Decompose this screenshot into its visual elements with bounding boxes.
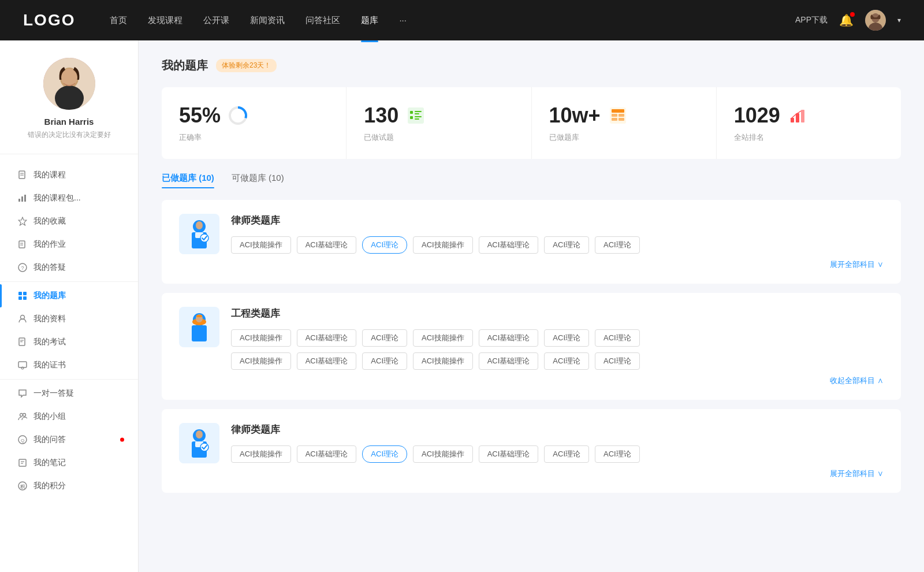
- tag[interactable]: ACI理论: [595, 352, 640, 370]
- tab-done[interactable]: 已做题库 (10): [162, 173, 214, 188]
- sidebar-item-course[interactable]: 我的课程: [0, 164, 138, 187]
- stat-rank-value: 1029: [734, 103, 780, 128]
- nav-discover[interactable]: 发现课程: [148, 13, 182, 28]
- expand-link-lawyer-2[interactable]: 展开全部科目 ∨: [231, 469, 884, 479]
- tag-active[interactable]: ACI理论: [362, 445, 407, 463]
- tag[interactable]: ACI理论: [544, 329, 589, 347]
- svg-point-72: [196, 430, 203, 439]
- bank-card-lawyer-1-title: 律师类题库: [231, 214, 884, 227]
- tag[interactable]: ACI理论: [544, 352, 589, 370]
- notification-bell[interactable]: 🔔: [839, 13, 854, 27]
- sidebar-label-package: 我的课程包...: [33, 193, 81, 203]
- nav-home[interactable]: 首页: [110, 13, 127, 28]
- sidebar-menu: 我的课程 我的课程包... 我的收藏 我的作业: [0, 154, 138, 507]
- tag[interactable]: ACI基础理论: [297, 236, 357, 254]
- tag[interactable]: ACI基础理论: [297, 329, 357, 347]
- tab-available[interactable]: 可做题库 (10): [232, 173, 284, 188]
- tag[interactable]: ACI理论: [362, 329, 407, 347]
- stat-accuracy-value: 55%: [179, 103, 221, 128]
- bank-card-engineer-tags-row1: ACI技能操作 ACI基础理论 ACI理论 ACI技能操作 ACI基础理论 AC…: [231, 329, 884, 347]
- tag[interactable]: ACI理论: [544, 236, 589, 254]
- sidebar-item-tutor[interactable]: 一对一答疑: [0, 382, 138, 405]
- sidebar-label-points: 我的积分: [33, 481, 66, 491]
- help-icon: ?: [17, 262, 28, 273]
- tag[interactable]: ACI技能操作: [413, 329, 473, 347]
- qa-icon: Q: [17, 434, 28, 445]
- tag[interactable]: ACI技能操作: [413, 236, 473, 254]
- sidebar-divider-2: [0, 379, 138, 380]
- svg-rect-46: [415, 116, 422, 117]
- sidebar-item-qa-help[interactable]: ? 我的答疑: [0, 256, 138, 279]
- lawyer-icon-2: [179, 423, 219, 463]
- svg-rect-21: [18, 296, 22, 300]
- sidebar-item-profile[interactable]: 我的资料: [0, 307, 138, 330]
- svg-point-28: [21, 367, 24, 369]
- svg-rect-12: [24, 195, 26, 202]
- svg-rect-52: [612, 118, 617, 121]
- table-icon: [608, 105, 628, 126]
- svg-point-62: [196, 221, 203, 229]
- stats-row: 55% 正确率 130: [162, 87, 901, 159]
- qa-notification-dot: [120, 438, 124, 442]
- tag[interactable]: ACI技能操作: [413, 445, 473, 463]
- svg-rect-49: [612, 109, 624, 113]
- tag[interactable]: ACI理论: [595, 329, 640, 347]
- tag[interactable]: ACI技能操作: [413, 352, 473, 370]
- svg-rect-64: [192, 325, 207, 341]
- tag-active[interactable]: ACI理论: [362, 236, 407, 254]
- sidebar-item-package[interactable]: 我的课程包...: [0, 187, 138, 210]
- main-content: 我的题库 体验剩余23天！ 55% 正确率: [139, 40, 924, 572]
- tag[interactable]: ACI技能操作: [231, 445, 291, 463]
- tag[interactable]: ACI技能操作: [231, 329, 291, 347]
- sidebar-item-notes[interactable]: 我的笔记: [0, 451, 138, 474]
- notification-dot: [850, 12, 855, 17]
- sidebar-item-points[interactable]: 积 我的积分: [0, 474, 138, 497]
- sidebar-divider-1: [0, 281, 138, 282]
- nav-qa[interactable]: 问答社区: [305, 13, 340, 28]
- svg-rect-44: [415, 113, 419, 114]
- nav-more[interactable]: ···: [399, 13, 407, 28]
- profile-avatar: [43, 58, 95, 110]
- stat-rank-top: 1029: [734, 103, 884, 128]
- sidebar-item-favorites[interactable]: 我的收藏: [0, 210, 138, 233]
- svg-rect-67: [196, 315, 202, 317]
- tag[interactable]: ACI基础理论: [479, 352, 539, 370]
- bank-card-engineer: 工程类题库 ACI技能操作 ACI基础理论 ACI理论 ACI技能操作 ACI基…: [162, 293, 901, 400]
- stat-banks-value: 10w+: [549, 103, 601, 128]
- sidebar-item-bank[interactable]: 我的题库: [0, 284, 138, 307]
- tag[interactable]: ACI理论: [595, 445, 640, 463]
- tag[interactable]: ACI基础理论: [479, 445, 539, 463]
- tag[interactable]: ACI基础理论: [479, 236, 539, 254]
- sidebar-item-exam[interactable]: 我的考试: [0, 330, 138, 354]
- svg-rect-20: [23, 292, 27, 295]
- svg-text:?: ?: [21, 265, 24, 271]
- bank-card-engineer-tags-row2: ACI技能操作 ACI基础理论 ACI理论 ACI技能操作 ACI基础理论 AC…: [231, 352, 884, 370]
- bank-card-lawyer-2-body: 律师类题库 ACI技能操作 ACI基础理论 ACI理论 ACI技能操作 ACI基…: [231, 423, 884, 479]
- app-download-button[interactable]: APP下载: [795, 15, 828, 25]
- tag[interactable]: ACI理论: [595, 236, 640, 254]
- svg-rect-50: [612, 114, 617, 117]
- page-header: 我的题库 体验剩余23天！: [162, 58, 901, 73]
- nav-bank[interactable]: 题库: [361, 13, 378, 28]
- tag[interactable]: ACI理论: [362, 352, 407, 370]
- sidebar-item-cert[interactable]: 我的证书: [0, 354, 138, 377]
- tag[interactable]: ACI基础理论: [297, 352, 357, 370]
- tag[interactable]: ACI技能操作: [231, 352, 291, 370]
- tag[interactable]: ACI技能操作: [231, 236, 291, 254]
- tag[interactable]: ACI理论: [544, 445, 589, 463]
- sidebar-label-tutor: 一对一答疑: [33, 388, 74, 399]
- user-avatar[interactable]: [865, 10, 886, 31]
- sidebar-item-my-qa[interactable]: Q 我的问答: [0, 428, 138, 451]
- tag[interactable]: ACI基础理论: [297, 445, 357, 463]
- tag[interactable]: ACI基础理论: [479, 329, 539, 347]
- nav-news[interactable]: 新闻资讯: [250, 13, 285, 28]
- nav-open-course[interactable]: 公开课: [203, 13, 229, 28]
- sidebar-label-bank: 我的题库: [33, 291, 66, 301]
- sidebar-item-group[interactable]: 我的小组: [0, 405, 138, 428]
- avatar-dropdown-arrow[interactable]: ▾: [897, 16, 901, 24]
- bar-icon: [17, 193, 28, 203]
- bar-chart-icon: [787, 105, 808, 126]
- sidebar-item-homework[interactable]: 我的作业: [0, 233, 138, 256]
- collapse-link-engineer[interactable]: 收起全部科目 ∧: [231, 376, 884, 386]
- expand-link-lawyer-1[interactable]: 展开全部科目 ∨: [231, 259, 884, 270]
